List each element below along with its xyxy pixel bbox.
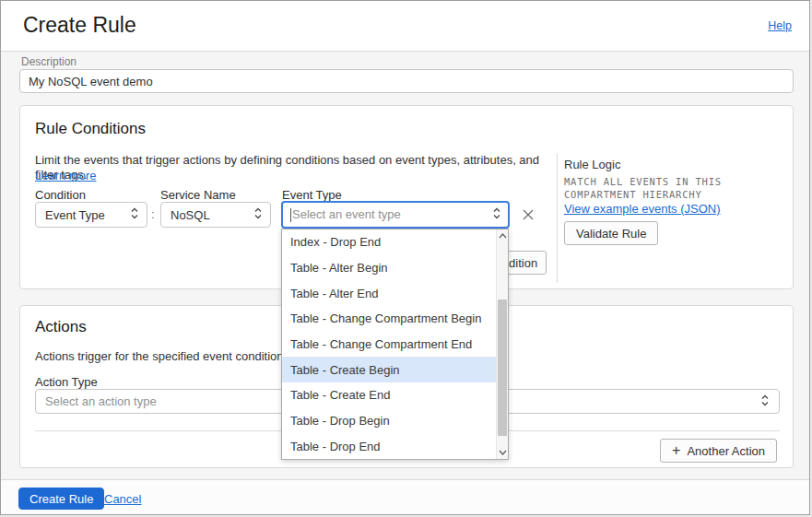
service-name-select-value: NoSQL bbox=[171, 208, 210, 222]
service-name-select[interactable]: NoSQL bbox=[160, 202, 271, 228]
dialog-header: Create Rule Help bbox=[1, 1, 809, 52]
dropdown-item[interactable]: Table - Alter Begin bbox=[282, 255, 496, 281]
create-rule-dialog: Create Rule Help Description Rule Condit… bbox=[0, 0, 810, 515]
another-action-label: Another Action bbox=[687, 444, 765, 458]
event-type-dropdown-list: Index - Drop End Table - Alter Begin Tab… bbox=[282, 229, 496, 459]
event-type-label: Event Type bbox=[282, 188, 342, 202]
select-spinner-icon bbox=[130, 206, 139, 223]
condition-select[interactable]: Event Type bbox=[35, 202, 147, 228]
select-spinner-icon bbox=[492, 206, 501, 223]
dropdown-item[interactable]: Index - Drop End bbox=[282, 229, 496, 255]
event-type-combobox[interactable]: Select an event type bbox=[281, 201, 510, 229]
condition-separator: : bbox=[151, 207, 155, 221]
rule-logic-divider bbox=[557, 153, 558, 283]
view-example-events-link[interactable]: View example events (JSON) bbox=[564, 202, 721, 216]
dropdown-item[interactable]: Table - Change Compartment Begin bbox=[282, 306, 496, 332]
actions-title: Actions bbox=[35, 318, 87, 336]
dialog-footer: Create Rule Cancel bbox=[1, 479, 809, 515]
scrollbar-up-icon[interactable] bbox=[497, 229, 509, 242]
event-type-placeholder: Select an event type bbox=[290, 207, 401, 222]
condition-select-value: Event Type bbox=[45, 208, 105, 222]
dropdown-item[interactable]: Table - Drop Begin bbox=[282, 408, 496, 434]
remove-condition-icon[interactable] bbox=[521, 207, 535, 222]
rule-logic-match-text: MATCH ALL EVENTS IN THISCOMPARTMENT HIER… bbox=[564, 175, 722, 201]
dropdown-item-highlighted[interactable]: Table - Create Begin bbox=[282, 357, 496, 382]
plus-icon: + bbox=[672, 443, 680, 458]
dropdown-item[interactable]: Table - Change Compartment End bbox=[282, 332, 496, 358]
select-spinner-icon bbox=[253, 206, 263, 223]
text-caret bbox=[290, 208, 291, 222]
service-name-label: Service Name bbox=[160, 188, 236, 202]
action-type-label: Action Type bbox=[35, 375, 98, 389]
scrollbar-down-icon[interactable] bbox=[497, 446, 509, 459]
help-link[interactable]: Help bbox=[768, 19, 792, 32]
event-type-dropdown: Index - Drop End Table - Alter Begin Tab… bbox=[281, 229, 509, 460]
rule-logic-title: Rule Logic bbox=[564, 158, 620, 171]
dropdown-scrollbar[interactable] bbox=[496, 229, 508, 459]
action-type-placeholder: Select an action type bbox=[45, 394, 157, 408]
another-action-button[interactable]: + Another Action bbox=[660, 439, 777, 463]
description-input[interactable] bbox=[19, 69, 794, 93]
validate-rule-button[interactable]: Validate Rule bbox=[564, 221, 658, 245]
dropdown-item[interactable]: Table - Create End bbox=[282, 382, 496, 408]
dropdown-item[interactable]: Table - Alter End bbox=[282, 280, 496, 306]
create-rule-button[interactable]: Create Rule bbox=[18, 488, 104, 510]
scrollbar-thumb[interactable] bbox=[498, 300, 507, 436]
condition-label: Condition bbox=[35, 188, 86, 202]
description-label: Description bbox=[21, 55, 76, 68]
rule-conditions-intro: Limit the events that trigger actions by… bbox=[35, 153, 551, 182]
select-spinner-icon bbox=[760, 394, 770, 410]
page-title: Create Rule bbox=[23, 13, 136, 38]
dropdown-item[interactable]: Table - Drop End bbox=[282, 433, 496, 459]
rule-conditions-title: Rule Conditions bbox=[35, 120, 146, 138]
conditions-learn-more-link[interactable]: Learn more bbox=[35, 169, 96, 182]
cancel-link[interactable]: Cancel bbox=[104, 492, 141, 506]
